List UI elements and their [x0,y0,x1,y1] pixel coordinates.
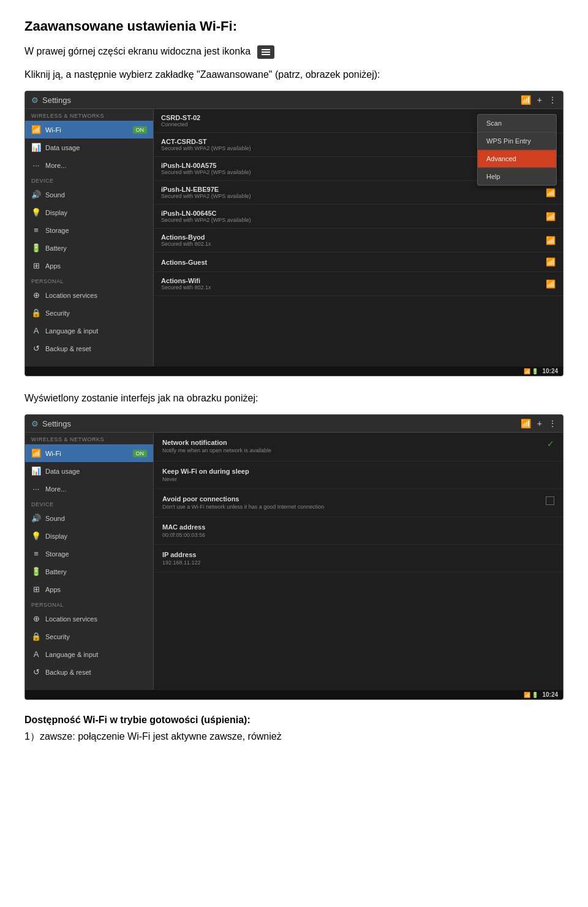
display-icon-1: 💡 [31,208,41,217]
battery-icon-2: 🔋 [31,567,41,576]
main-pane-1: CSRD-ST-02 Connected 📶 ACT-CSRD-ST Secur… [154,109,563,366]
sidebar-item-location-2[interactable]: ⊕ Location services [25,610,153,628]
setting-avoid-poor-sub: Don't use a Wi-Fi network unless it has … [162,504,541,511]
status-icons-2: 📶 🔋 [524,692,539,698]
security-icon-2: 🔒 [31,632,41,641]
sidebar-item-language-1[interactable]: A Language & input [25,322,153,340]
storage-label-1: Storage [45,227,69,234]
setting-avoid-poor[interactable]: Avoid poor connections Don't use a Wi-Fi… [154,489,563,518]
wifi-info-ipush2: iPush-LN-EBE97E Secured with WPA2 (WPS a… [161,186,546,199]
setting-network-notification-info: Network notification Notify me when an o… [162,439,542,455]
sidebar-item-apps-1[interactable]: ⊞ Apps [25,257,153,275]
setting-ip-address-title: IP address [162,551,554,558]
settings-title-2: Settings [42,419,521,428]
security-label-1: Security [45,309,70,317]
display-label-2: Display [45,533,67,540]
data-label-2: Data usage [45,468,80,475]
more-icon-1: ··· [31,161,41,170]
context-menu-wps[interactable]: WPS Pin Entry [478,132,556,150]
header-icon-plus: + [537,95,542,105]
header-icon-menu-2: ⋮ [548,419,557,428]
footer-text: 1）zawsze: połączenie Wi-Fi jest aktywne … [24,729,564,744]
section-personal-label-2: PERSONAL [25,598,153,610]
language-label-1: Language & input [45,327,98,335]
more-label-2: More... [45,485,66,493]
context-menu-scan[interactable]: Scan [478,115,556,132]
intro-paragraph-1: W prawej górnej części ekranu widoczna j… [24,44,564,59]
wifi-label-2: Wi-Fi [45,450,61,457]
apps-icon-2: ⊞ [31,585,41,594]
status-time-1: 10:24 [542,368,558,374]
setting-avoid-poor-checkbox[interactable] [546,496,554,505]
sidebar-item-display-2[interactable]: 💡 Display [25,527,153,545]
context-menu-help[interactable]: Help [478,168,556,185]
status-time-2: 10:24 [542,691,558,698]
page-heading: Zaawansowane ustawienia Wi-Fi: [24,18,564,34]
data-icon-1: 📊 [31,143,41,152]
settings-body-2: WIRELESS & NETWORKS 📶 Wi-Fi ON 📊 Data us… [25,433,563,690]
wifi-network-ipush3[interactable]: iPush-LN-00645C Secured with WPA2 (WPS a… [154,205,563,229]
sidebar-item-backup-2[interactable]: ↺ Backup & reset [25,663,153,681]
language-label-2: Language & input [45,651,98,658]
wifi-toggle-2[interactable]: ON [133,450,148,457]
storage-label-2: Storage [45,550,69,558]
header-icon-wifi-2: 📶 [521,419,531,428]
header-icon-menu: ⋮ [548,95,557,105]
sidebar-item-backup-1[interactable]: ↺ Backup & reset [25,340,153,357]
wifi-signal-actionswifi: 📶 [546,279,556,289]
battery-label-1: Battery [45,245,67,252]
sidebar-item-storage-2[interactable]: ≡ Storage [25,545,153,563]
language-icon-2: A [31,650,41,659]
sidebar-item-more-1[interactable]: ··· More... [25,156,153,174]
wifi-network-guest[interactable]: Actions-Guest 📶 [154,252,563,272]
sidebar-item-sound-2[interactable]: 🔊 Sound [25,509,153,527]
sidebar-item-security-1[interactable]: 🔒 Security [25,304,153,322]
sidebar-item-data-2[interactable]: 📊 Data usage [25,462,153,480]
setting-network-notification[interactable]: Network notification Notify me when an o… [154,433,563,461]
sidebar-item-display-1[interactable]: 💡 Display [25,203,153,221]
wifi-sub-actionswifi: Secured with 802.1x [161,284,546,290]
wifi-network-byod[interactable]: Actions-Byod Secured with 802.1x 📶 [154,229,563,252]
more-icon-2: ··· [31,484,41,493]
wifi-toggle-1[interactable]: ON [133,126,148,134]
battery-icon-1: 🔋 [31,243,41,252]
settings-body-1: WIRELESS & NETWORKS 📶 Wi-Fi ON 📊 Data us… [25,109,563,366]
setting-wifi-sleep[interactable]: Keep Wi-Fi on during sleep Never [154,461,563,489]
wifi-signal-ipush3: 📶 [546,212,556,221]
wifi-name-actionswifi: Actions-Wifi [161,277,546,284]
setting-mac-address-title: MAC address [162,523,554,531]
sidebar-item-language-2[interactable]: A Language & input [25,645,153,663]
location-icon-2: ⊕ [31,614,41,623]
location-label-2: Location services [45,615,97,623]
wifi-info-actionswifi: Actions-Wifi Secured with 802.1x [161,277,546,290]
wifi-name-guest: Actions-Guest [161,259,546,266]
section-device-label-2: DEVICE [25,498,153,509]
intro-text-1: W prawej górnej części ekranu widoczna j… [24,46,251,56]
sidebar-item-wifi-1[interactable]: 📶 Wi-Fi ON [25,121,153,139]
sidebar-item-wifi-2[interactable]: 📶 Wi-Fi ON [25,444,153,462]
sidebar-item-more-2[interactable]: ··· More... [25,480,153,498]
header-icons-1: 📶 + ⋮ [521,95,557,105]
setting-ip-address-info: IP address 192.168.11.122 [162,551,554,566]
setting-avoid-poor-title: Avoid poor connections [162,495,541,503]
sound-icon-1: 🔊 [31,190,41,199]
sidebar-item-location-1[interactable]: ⊕ Location services [25,286,153,304]
context-menu-1: Scan WPS Pin Entry Advanced Help [477,114,557,186]
sidebar-item-battery-1[interactable]: 🔋 Battery [25,239,153,257]
setting-network-notification-title: Network notification [162,439,542,446]
sidebar-item-sound-1[interactable]: 🔊 Sound [25,186,153,203]
backup-icon-1: ↺ [31,344,41,353]
wifi-icon-2: 📶 [31,449,41,458]
wifi-network-actionswifi[interactable]: Actions-Wifi Secured with 802.1x 📶 [154,272,563,296]
sidebar-item-security-2[interactable]: 🔒 Security [25,628,153,645]
sidebar-item-storage-1[interactable]: ≡ Storage [25,221,153,239]
context-menu-advanced[interactable]: Advanced [478,150,556,168]
apps-label-1: Apps [45,262,61,270]
wifi-name-ipush2: iPush-LN-EBE97E [161,186,546,193]
sidebar-item-data-1[interactable]: 📊 Data usage [25,139,153,156]
sidebar-item-battery-2[interactable]: 🔋 Battery [25,563,153,580]
sidebar-item-apps-2[interactable]: ⊞ Apps [25,580,153,598]
wifi-name-byod: Actions-Byod [161,233,546,241]
setting-network-notification-check: ✓ [547,439,554,449]
wifi-label-1: Wi-Fi [45,126,61,134]
